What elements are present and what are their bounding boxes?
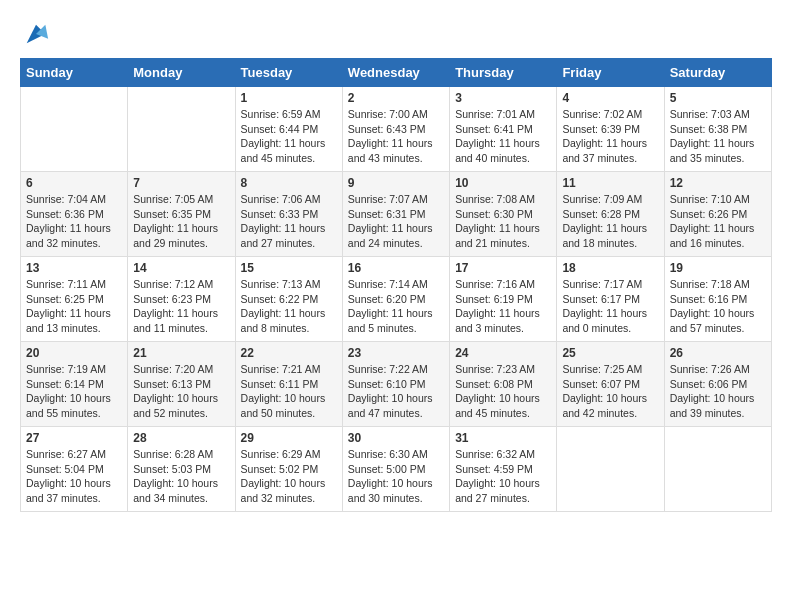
calendar-cell: 25Sunrise: 7:25 AMSunset: 6:07 PMDayligh…	[557, 342, 664, 427]
cell-content: Sunrise: 7:17 AMSunset: 6:17 PMDaylight:…	[562, 277, 658, 336]
week-row-1: 6Sunrise: 7:04 AMSunset: 6:36 PMDaylight…	[21, 172, 772, 257]
calendar-cell: 24Sunrise: 7:23 AMSunset: 6:08 PMDayligh…	[450, 342, 557, 427]
cell-content: Sunrise: 7:03 AMSunset: 6:38 PMDaylight:…	[670, 107, 766, 166]
calendar-cell: 17Sunrise: 7:16 AMSunset: 6:19 PMDayligh…	[450, 257, 557, 342]
calendar-cell: 26Sunrise: 7:26 AMSunset: 6:06 PMDayligh…	[664, 342, 771, 427]
day-number: 5	[670, 91, 766, 105]
day-number: 22	[241, 346, 337, 360]
day-number: 31	[455, 431, 551, 445]
cell-content: Sunrise: 7:13 AMSunset: 6:22 PMDaylight:…	[241, 277, 337, 336]
calendar-cell: 9Sunrise: 7:07 AMSunset: 6:31 PMDaylight…	[342, 172, 449, 257]
day-number: 23	[348, 346, 444, 360]
day-number: 28	[133, 431, 229, 445]
calendar-cell	[557, 427, 664, 512]
cell-content: Sunrise: 7:23 AMSunset: 6:08 PMDaylight:…	[455, 362, 551, 421]
cell-content: Sunrise: 7:20 AMSunset: 6:13 PMDaylight:…	[133, 362, 229, 421]
cell-content: Sunrise: 7:12 AMSunset: 6:23 PMDaylight:…	[133, 277, 229, 336]
calendar-cell: 31Sunrise: 6:32 AMSunset: 4:59 PMDayligh…	[450, 427, 557, 512]
header-friday: Friday	[557, 59, 664, 87]
cell-content: Sunrise: 7:21 AMSunset: 6:11 PMDaylight:…	[241, 362, 337, 421]
calendar-cell: 15Sunrise: 7:13 AMSunset: 6:22 PMDayligh…	[235, 257, 342, 342]
calendar-table: SundayMondayTuesdayWednesdayThursdayFrid…	[20, 58, 772, 512]
day-number: 8	[241, 176, 337, 190]
calendar-cell: 10Sunrise: 7:08 AMSunset: 6:30 PMDayligh…	[450, 172, 557, 257]
calendar-cell: 28Sunrise: 6:28 AMSunset: 5:03 PMDayligh…	[128, 427, 235, 512]
cell-content: Sunrise: 7:25 AMSunset: 6:07 PMDaylight:…	[562, 362, 658, 421]
week-row-4: 27Sunrise: 6:27 AMSunset: 5:04 PMDayligh…	[21, 427, 772, 512]
week-row-0: 1Sunrise: 6:59 AMSunset: 6:44 PMDaylight…	[21, 87, 772, 172]
cell-content: Sunrise: 7:16 AMSunset: 6:19 PMDaylight:…	[455, 277, 551, 336]
calendar-cell: 23Sunrise: 7:22 AMSunset: 6:10 PMDayligh…	[342, 342, 449, 427]
calendar-cell	[21, 87, 128, 172]
day-number: 2	[348, 91, 444, 105]
calendar-cell: 4Sunrise: 7:02 AMSunset: 6:39 PMDaylight…	[557, 87, 664, 172]
calendar-cell: 7Sunrise: 7:05 AMSunset: 6:35 PMDaylight…	[128, 172, 235, 257]
day-number: 14	[133, 261, 229, 275]
cell-content: Sunrise: 7:09 AMSunset: 6:28 PMDaylight:…	[562, 192, 658, 251]
day-number: 26	[670, 346, 766, 360]
header-saturday: Saturday	[664, 59, 771, 87]
day-number: 17	[455, 261, 551, 275]
day-number: 13	[26, 261, 122, 275]
day-number: 24	[455, 346, 551, 360]
cell-content: Sunrise: 7:19 AMSunset: 6:14 PMDaylight:…	[26, 362, 122, 421]
calendar-cell: 18Sunrise: 7:17 AMSunset: 6:17 PMDayligh…	[557, 257, 664, 342]
calendar-cell: 29Sunrise: 6:29 AMSunset: 5:02 PMDayligh…	[235, 427, 342, 512]
cell-content: Sunrise: 7:18 AMSunset: 6:16 PMDaylight:…	[670, 277, 766, 336]
cell-content: Sunrise: 6:28 AMSunset: 5:03 PMDaylight:…	[133, 447, 229, 506]
calendar-cell: 13Sunrise: 7:11 AMSunset: 6:25 PMDayligh…	[21, 257, 128, 342]
header-wednesday: Wednesday	[342, 59, 449, 87]
day-number: 4	[562, 91, 658, 105]
day-number: 6	[26, 176, 122, 190]
calendar-cell: 20Sunrise: 7:19 AMSunset: 6:14 PMDayligh…	[21, 342, 128, 427]
cell-content: Sunrise: 7:26 AMSunset: 6:06 PMDaylight:…	[670, 362, 766, 421]
calendar-header-row: SundayMondayTuesdayWednesdayThursdayFrid…	[21, 59, 772, 87]
cell-content: Sunrise: 7:05 AMSunset: 6:35 PMDaylight:…	[133, 192, 229, 251]
cell-content: Sunrise: 7:01 AMSunset: 6:41 PMDaylight:…	[455, 107, 551, 166]
day-number: 9	[348, 176, 444, 190]
calendar-cell: 19Sunrise: 7:18 AMSunset: 6:16 PMDayligh…	[664, 257, 771, 342]
week-row-2: 13Sunrise: 7:11 AMSunset: 6:25 PMDayligh…	[21, 257, 772, 342]
cell-content: Sunrise: 7:00 AMSunset: 6:43 PMDaylight:…	[348, 107, 444, 166]
cell-content: Sunrise: 7:02 AMSunset: 6:39 PMDaylight:…	[562, 107, 658, 166]
cell-content: Sunrise: 7:10 AMSunset: 6:26 PMDaylight:…	[670, 192, 766, 251]
cell-content: Sunrise: 6:27 AMSunset: 5:04 PMDaylight:…	[26, 447, 122, 506]
calendar-cell	[128, 87, 235, 172]
calendar-cell: 3Sunrise: 7:01 AMSunset: 6:41 PMDaylight…	[450, 87, 557, 172]
calendar-cell: 1Sunrise: 6:59 AMSunset: 6:44 PMDaylight…	[235, 87, 342, 172]
calendar-cell: 16Sunrise: 7:14 AMSunset: 6:20 PMDayligh…	[342, 257, 449, 342]
day-number: 27	[26, 431, 122, 445]
week-row-3: 20Sunrise: 7:19 AMSunset: 6:14 PMDayligh…	[21, 342, 772, 427]
cell-content: Sunrise: 7:14 AMSunset: 6:20 PMDaylight:…	[348, 277, 444, 336]
calendar-cell: 5Sunrise: 7:03 AMSunset: 6:38 PMDaylight…	[664, 87, 771, 172]
cell-content: Sunrise: 7:22 AMSunset: 6:10 PMDaylight:…	[348, 362, 444, 421]
cell-content: Sunrise: 6:32 AMSunset: 4:59 PMDaylight:…	[455, 447, 551, 506]
cell-content: Sunrise: 6:59 AMSunset: 6:44 PMDaylight:…	[241, 107, 337, 166]
calendar-cell: 2Sunrise: 7:00 AMSunset: 6:43 PMDaylight…	[342, 87, 449, 172]
day-number: 16	[348, 261, 444, 275]
day-number: 25	[562, 346, 658, 360]
cell-content: Sunrise: 6:30 AMSunset: 5:00 PMDaylight:…	[348, 447, 444, 506]
calendar-cell: 6Sunrise: 7:04 AMSunset: 6:36 PMDaylight…	[21, 172, 128, 257]
calendar-cell: 8Sunrise: 7:06 AMSunset: 6:33 PMDaylight…	[235, 172, 342, 257]
day-number: 19	[670, 261, 766, 275]
cell-content: Sunrise: 7:08 AMSunset: 6:30 PMDaylight:…	[455, 192, 551, 251]
calendar-cell: 11Sunrise: 7:09 AMSunset: 6:28 PMDayligh…	[557, 172, 664, 257]
calendar-cell: 27Sunrise: 6:27 AMSunset: 5:04 PMDayligh…	[21, 427, 128, 512]
calendar-cell: 21Sunrise: 7:20 AMSunset: 6:13 PMDayligh…	[128, 342, 235, 427]
cell-content: Sunrise: 7:11 AMSunset: 6:25 PMDaylight:…	[26, 277, 122, 336]
calendar-cell	[664, 427, 771, 512]
cell-content: Sunrise: 6:29 AMSunset: 5:02 PMDaylight:…	[241, 447, 337, 506]
day-number: 10	[455, 176, 551, 190]
day-number: 12	[670, 176, 766, 190]
day-number: 3	[455, 91, 551, 105]
calendar-cell: 12Sunrise: 7:10 AMSunset: 6:26 PMDayligh…	[664, 172, 771, 257]
calendar-cell: 14Sunrise: 7:12 AMSunset: 6:23 PMDayligh…	[128, 257, 235, 342]
logo	[20, 20, 50, 48]
calendar-cell: 22Sunrise: 7:21 AMSunset: 6:11 PMDayligh…	[235, 342, 342, 427]
calendar-cell: 30Sunrise: 6:30 AMSunset: 5:00 PMDayligh…	[342, 427, 449, 512]
day-number: 1	[241, 91, 337, 105]
cell-content: Sunrise: 7:07 AMSunset: 6:31 PMDaylight:…	[348, 192, 444, 251]
logo-icon	[22, 20, 50, 48]
header-tuesday: Tuesday	[235, 59, 342, 87]
